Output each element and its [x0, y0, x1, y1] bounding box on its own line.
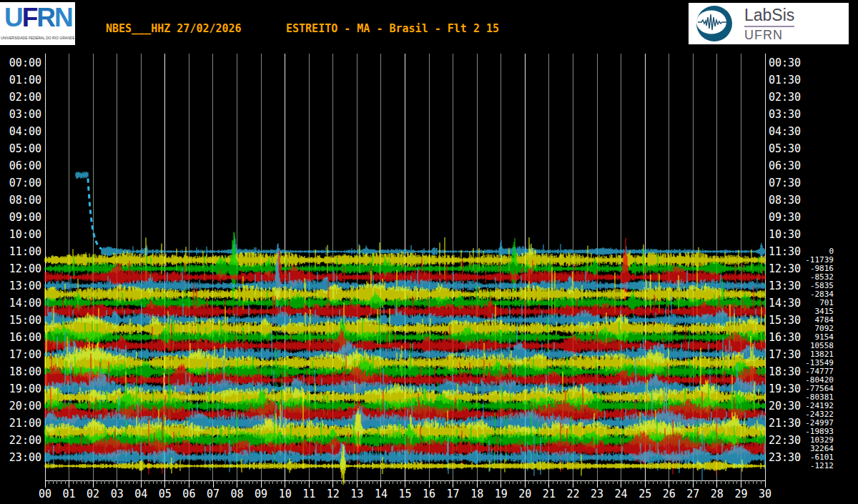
startup-decay-dashed	[88, 179, 102, 249]
startup-flat-segment	[76, 172, 88, 179]
helicorder-screen: UFRN UNIVERSIDADE FEDERAL DO RIO GRANDE …	[0, 0, 858, 504]
seismogram-plot	[0, 0, 858, 504]
